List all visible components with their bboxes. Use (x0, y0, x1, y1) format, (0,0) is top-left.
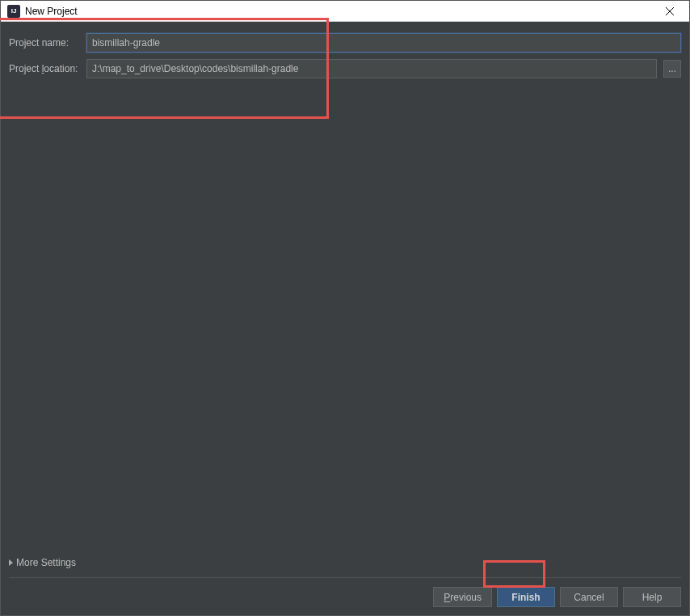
more-settings-label: More Settings (16, 557, 76, 568)
close-button[interactable] (654, 2, 686, 21)
project-name-row: Project name: (9, 33, 681, 53)
ellipsis-icon: ... (668, 63, 676, 74)
browse-button[interactable]: ... (663, 60, 681, 78)
project-location-input[interactable] (86, 59, 657, 78)
finish-button[interactable]: Finish (497, 587, 555, 607)
titlebar: IJ New Project (1, 1, 689, 22)
project-location-row: Project location: ... (9, 59, 681, 78)
project-name-label: Project name: (9, 37, 80, 49)
project-location-label: Project location: (9, 63, 80, 74)
close-icon (666, 7, 674, 15)
intellij-icon: IJ (7, 5, 20, 18)
window-title: New Project (25, 6, 654, 17)
button-separator (9, 577, 681, 578)
dialog-window: IJ New Project Project name: Project loc… (0, 0, 690, 616)
more-settings-expander[interactable]: More Settings (9, 557, 76, 568)
previous-button[interactable]: Previous (433, 587, 492, 607)
project-name-input[interactable] (86, 33, 681, 53)
chevron-right-icon (9, 559, 13, 566)
intellij-icon-label: IJ (11, 8, 17, 15)
help-button[interactable]: Help (623, 587, 681, 607)
cancel-button[interactable]: Cancel (560, 587, 618, 607)
button-bar: Previous Finish Cancel Help (433, 587, 681, 607)
dialog-body: Project name: Project location: ... More… (1, 22, 689, 615)
highlight-finish (483, 560, 545, 588)
